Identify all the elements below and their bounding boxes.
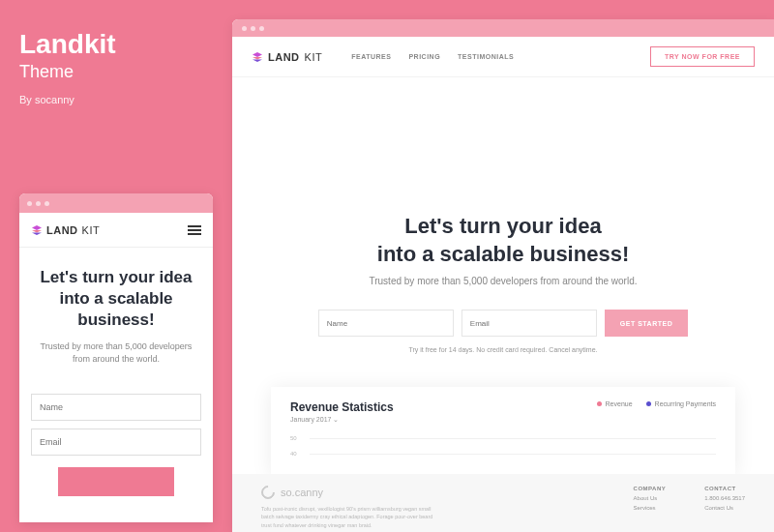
footer-link[interactable]: About Us	[634, 495, 667, 501]
try-free-button[interactable]: TRY NOW FOR FREE	[650, 46, 755, 67]
name-field[interactable]	[318, 310, 454, 337]
spiral-icon	[258, 483, 278, 502]
menu-icon[interactable]	[188, 225, 201, 235]
hero-tagline: Trusted by more than 5,000 developers fr…	[31, 340, 201, 365]
trial-note: Try it free for 14 days. No credit card …	[271, 346, 735, 353]
chart-legend: Revenue Recurring Payments	[597, 400, 716, 407]
hero-heading: Let's turn your ideainto a scalable busi…	[31, 267, 201, 331]
name-field[interactable]	[31, 394, 201, 421]
main-nav: FEATURES PRICING TESTIMONIALS	[351, 53, 514, 60]
email-field[interactable]	[461, 310, 597, 337]
theme-author: By socanny	[19, 94, 213, 105]
layers-icon	[252, 51, 263, 63]
theme-subtitle: Theme	[19, 62, 213, 82]
footer-brand: so.canny	[261, 486, 435, 499]
layers-icon	[31, 224, 43, 236]
hero-heading: Let's turn your ideainto a scalable busi…	[271, 213, 735, 268]
page-footer: so.canny Tofu post-ironic disrupt, vexil…	[232, 474, 774, 532]
brand-logo[interactable]: LANDKIT	[252, 51, 322, 63]
theme-title: Landkit	[19, 29, 213, 60]
footer-link[interactable]: 1.800.646.3517	[704, 495, 745, 501]
nav-pricing[interactable]: PRICING	[408, 53, 440, 60]
get-started-button[interactable]: GET STARTED	[605, 310, 688, 337]
email-field[interactable]	[31, 429, 201, 456]
chevron-down-icon: ⌄	[333, 416, 339, 423]
stats-date-selector[interactable]: January 2017 ⌄	[290, 416, 716, 424]
window-controls	[232, 19, 774, 37]
footer-col-contact: CONTACT	[704, 486, 745, 491]
footer-link[interactable]: Services	[634, 505, 667, 511]
mobile-preview: LANDKIT Let's turn your ideainto a scala…	[19, 193, 213, 522]
footer-link[interactable]: Contact Us	[704, 505, 745, 511]
window-controls	[19, 193, 213, 213]
hero-tagline: Trusted by more than 5,000 developers fr…	[271, 276, 735, 286]
nav-features[interactable]: FEATURES	[351, 53, 391, 60]
footer-col-company: COMPANY	[634, 486, 667, 491]
brand-logo[interactable]: LANDKIT	[31, 224, 100, 236]
nav-testimonials[interactable]: TESTIMONIALS	[458, 53, 514, 60]
footer-description: Tofu post-ironic disrupt, vexillologist …	[261, 505, 435, 529]
revenue-stats-card: Revenue Statistics January 2017 ⌄ Revenu…	[271, 387, 735, 474]
submit-button[interactable]	[58, 467, 174, 496]
